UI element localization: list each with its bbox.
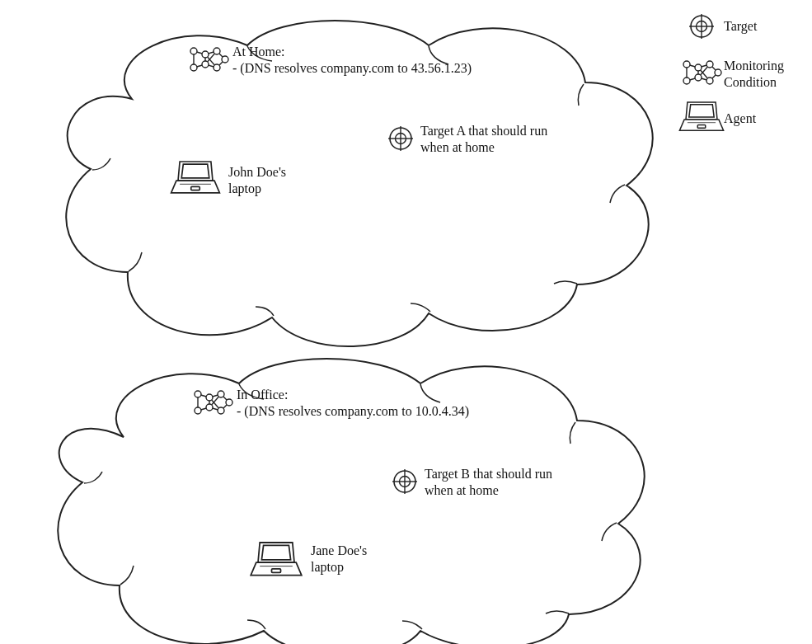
home-condition-title: At Home: [232,44,285,60]
office-target-text: Target B that should run when at home [425,466,614,499]
legend-condition-label: Monitoring Condition [724,58,784,91]
legend-condition-icon [683,61,721,84]
home-target-text: Target A that should run when at home [420,123,610,156]
home-condition-detail: - (DNS resolves company.com to 43.56.1.2… [232,60,472,77]
legend-target-label: Target [724,18,757,35]
cloud-office-outline [58,359,644,644]
office-agent-name: Jane Doe's laptop [311,543,367,576]
home-agent-name: John Doe's laptop [228,164,286,197]
legend-agent-label: Agent [724,110,756,127]
legend [679,14,723,130]
office-condition-title: In Office: [237,387,288,403]
legend-target-icon [689,14,714,39]
office-condition-detail: - (DNS resolves company.com to 10.0.4.34… [237,403,469,420]
legend-agent-icon [679,102,723,130]
cloud-office [58,359,644,644]
